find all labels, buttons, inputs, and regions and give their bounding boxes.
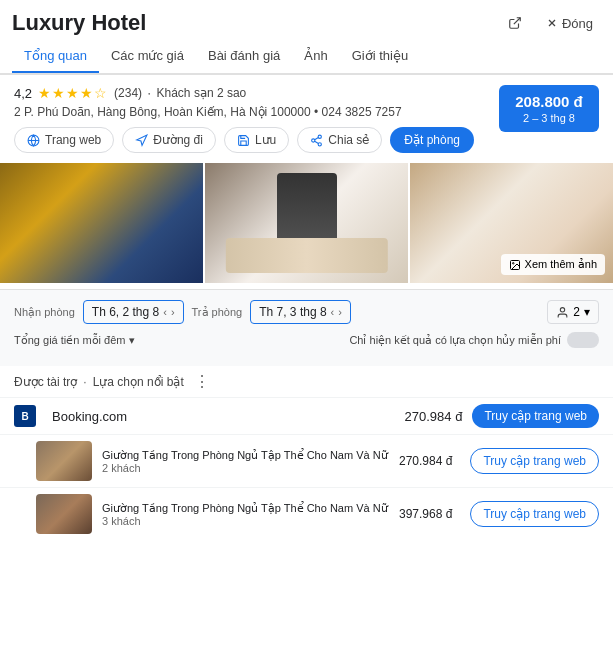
hotel-info-left: 4,2 ★★★★☆ (234) ● Khách sạn 2 sao 2 P. P…: [14, 85, 499, 153]
svg-point-7: [312, 138, 315, 141]
room-thumbnail-1: [36, 441, 92, 481]
price-box: 208.800 đ 2 – 3 thg 8: [499, 85, 599, 132]
checkout-next[interactable]: ›: [338, 306, 342, 318]
provider-price: 270.984 đ: [405, 409, 463, 424]
photo-room[interactable]: Xem thêm ảnh: [410, 163, 613, 283]
hotel-address: 2 P. Phú Doãn, Hàng Bông, Hoàn Kiếm, Hà …: [14, 105, 499, 119]
tabs-bar: Tổng quan Các mức giá Bài đánh giá Ảnh G…: [0, 40, 613, 74]
room-name-2: Giường Tầng Trong Phòng Ngủ Tập Thể Cho …: [102, 501, 389, 515]
photo-lobby[interactable]: [205, 163, 408, 283]
checkout-input[interactable]: Th 7, 3 thg 8 ‹ ›: [250, 300, 351, 324]
hotel-price: 208.800 đ: [511, 93, 587, 110]
featured-header: Được tài trợ · Lựa chọn nổi bật ⋮: [0, 366, 613, 397]
open-button[interactable]: [500, 12, 530, 34]
book-button[interactable]: Đặt phòng: [390, 127, 474, 153]
rating-row: 4,2 ★★★★☆ (234) ● Khách sạn 2 sao: [14, 85, 499, 101]
svg-marker-5: [137, 135, 147, 145]
share-button[interactable]: Chia sẻ: [297, 127, 382, 153]
close-icon: [546, 17, 558, 29]
hotel-info-section: 4,2 ★★★★☆ (234) ● Khách sạn 2 sao 2 P. P…: [0, 75, 613, 163]
visit-website-button-1[interactable]: Truy cập trang web: [470, 448, 599, 474]
price-toggle[interactable]: Tổng giá tiền mỗi đêm ▾: [14, 334, 135, 347]
checkin-next[interactable]: ›: [171, 306, 175, 318]
price-dates: 2 – 3 thg 8: [511, 112, 587, 124]
tab-photos[interactable]: Ảnh: [292, 40, 339, 73]
booking-form: Nhận phòng Th 6, 2 thg 8 ‹ › Trả phòng T…: [0, 289, 613, 366]
room-info-2: Giường Tầng Trong Phòng Ngủ Tập Thể Cho …: [102, 501, 389, 527]
person-icon: [556, 306, 569, 319]
price-toggle-arrow: ▾: [129, 334, 135, 347]
guests-dropdown-icon: ▾: [584, 305, 590, 319]
featured-more-icon[interactable]: ⋮: [194, 372, 210, 391]
header-actions: Đóng: [500, 12, 601, 35]
room-thumbnail-2: [36, 494, 92, 534]
svg-point-13: [561, 307, 565, 311]
save-icon: [237, 134, 250, 147]
action-buttons: Trang web Đường đi Lưu Chia sẻ Đặt phòng: [14, 127, 499, 153]
room-guests-2: 3 khách: [102, 515, 389, 527]
checkin-label: Nhận phòng: [14, 306, 75, 319]
provider-booking: B Booking.com 270.984 đ Truy cập trang w…: [0, 397, 613, 434]
review-count: (234): [114, 86, 142, 100]
tab-overview[interactable]: Tổng quan: [12, 40, 99, 73]
provider-info: B Booking.com: [14, 405, 127, 427]
svg-point-12: [512, 262, 514, 264]
photo-exterior[interactable]: [0, 163, 203, 283]
options-row: Tổng giá tiền mỗi đêm ▾ Chỉ hiện kết quả…: [14, 332, 599, 348]
checkin-input[interactable]: Th 6, 2 thg 8 ‹ ›: [83, 300, 184, 324]
checkin-prev[interactable]: ‹: [163, 306, 167, 318]
see-more-photos-button[interactable]: Xem thêm ảnh: [501, 254, 605, 275]
close-button[interactable]: Đóng: [538, 12, 601, 35]
open-icon: [508, 16, 522, 30]
tab-about[interactable]: Giới thiệu: [340, 40, 420, 73]
hotel-photos: Xem thêm ảnh: [0, 163, 613, 283]
svg-line-0: [514, 18, 520, 24]
svg-line-9: [315, 141, 319, 143]
globe-icon: [27, 134, 40, 147]
rating-number: 4,2: [14, 86, 32, 101]
room-name-1: Giường Tầng Trong Phòng Ngủ Tập Thể Cho …: [102, 448, 389, 462]
date-row: Nhận phòng Th 6, 2 thg 8 ‹ › Trả phòng T…: [14, 300, 599, 324]
tab-prices[interactable]: Các mức giá: [99, 40, 196, 73]
room-row-2: Giường Tầng Trong Phòng Ngủ Tập Thể Cho …: [0, 487, 613, 540]
share-icon: [310, 134, 323, 147]
featured-sublabel: Lựa chọn nổi bật: [93, 375, 184, 389]
free-cancel-row: Chỉ hiện kết quả có lựa chọn hủy miễn ph…: [349, 332, 599, 348]
provider-price-section: 270.984 đ Truy cập trang web: [405, 404, 599, 428]
room-info-1: Giường Tầng Trong Phòng Ngủ Tập Thể Cho …: [102, 448, 389, 474]
booking-logo: B: [14, 405, 36, 427]
directions-icon: [135, 134, 148, 147]
featured-label: Được tài trợ: [14, 375, 77, 389]
room-price-2: 397.968 đ: [399, 507, 452, 521]
room-guests-1: 2 khách: [102, 462, 389, 474]
hotel-type: Khách sạn 2 sao: [157, 86, 247, 100]
guests-selector[interactable]: 2 ▾: [547, 300, 599, 324]
directions-button[interactable]: Đường đi: [122, 127, 216, 153]
visit-website-button-primary[interactable]: Truy cập trang web: [472, 404, 599, 428]
header: Luxury Hotel Đóng: [0, 0, 613, 40]
page-title: Luxury Hotel: [12, 10, 146, 36]
svg-line-10: [315, 137, 319, 139]
star-rating: ★★★★☆: [38, 85, 108, 101]
svg-point-8: [318, 142, 321, 145]
provider-name: Booking.com: [52, 409, 127, 424]
room-row-1: Giường Tầng Trong Phòng Ngủ Tập Thể Cho …: [0, 434, 613, 487]
room-price-1: 270.984 đ: [399, 454, 452, 468]
visit-website-button-2[interactable]: Truy cập trang web: [470, 501, 599, 527]
tab-reviews[interactable]: Bài đánh giá: [196, 40, 292, 73]
svg-point-6: [318, 135, 321, 138]
website-button[interactable]: Trang web: [14, 127, 114, 153]
checkout-label: Trả phòng: [192, 306, 243, 319]
photos-icon: [509, 259, 521, 271]
free-cancel-toggle[interactable]: [567, 332, 599, 348]
save-button[interactable]: Lưu: [224, 127, 289, 153]
checkout-prev[interactable]: ‹: [331, 306, 335, 318]
